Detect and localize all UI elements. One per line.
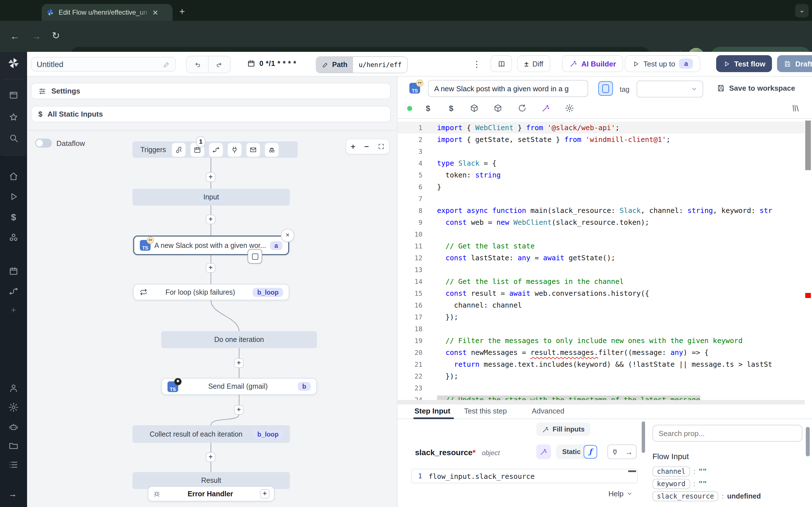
add-step-button[interactable]: + (206, 215, 215, 224)
add-error-handler-button[interactable]: + (260, 489, 269, 499)
add-step-button[interactable]: + (234, 405, 244, 414)
stop-after-step-button[interactable] (248, 249, 262, 264)
more-options-kebab-icon[interactable]: ⋮ (472, 59, 481, 69)
save-to-workspace-button[interactable]: Save to workspace (717, 84, 795, 93)
field-name: slack_resource* object (415, 448, 500, 457)
prop-key[interactable]: keyword (652, 479, 690, 489)
connect-input-button[interactable]: → (607, 445, 637, 459)
browser-tab[interactable]: Edit Flow u/henri/effective_un ✕ (42, 4, 172, 21)
step-node-slack[interactable]: TS A new Slack post with a given wor... … (133, 235, 289, 255)
add-step-button[interactable]: + (234, 358, 244, 368)
fill-inputs-button[interactable]: Fill inputs (536, 422, 590, 436)
help-link[interactable]: Help (608, 490, 633, 498)
path-edit-button[interactable]: Path (316, 57, 353, 73)
step-node-forloop[interactable]: For loop (skip failures) b_loop (133, 284, 289, 300)
package-icon[interactable] (470, 104, 479, 113)
sidebar-item-settings-icon[interactable] (8, 402, 18, 412)
prop-key[interactable]: channel (652, 466, 690, 476)
collect-result-node[interactable]: Collect result of each iteration b_loop (133, 425, 290, 443)
schedule-cron[interactable]: 0 */1 * * * * (247, 59, 296, 68)
code-editor[interactable]: 1import { WebClient } from '@slack/web-a… (398, 122, 805, 400)
loop-icon (139, 288, 148, 296)
sidebar-item-folders-icon[interactable] (8, 441, 18, 451)
required-asterisk: * (472, 448, 476, 457)
back-icon[interactable]: ← (10, 32, 20, 41)
expression-mode-button[interactable]: ƒ (583, 445, 597, 459)
tab-step-input[interactable]: Step Input (414, 407, 450, 415)
forward-icon[interactable]: → (32, 32, 41, 41)
test-up-to-button[interactable]: Test up to a (625, 55, 700, 72)
editor-scrollbar-thumb[interactable] (805, 121, 811, 170)
sidebar-item-routes-icon[interactable] (8, 286, 18, 296)
step-node-label: A new Slack post with a given wor... (154, 241, 266, 249)
poll-trigger-icon[interactable] (265, 142, 280, 157)
add-step-button[interactable]: + (206, 263, 215, 273)
sidebar-item-search-icon[interactable] (8, 133, 18, 143)
schedule-count-badge: 1 (196, 136, 205, 147)
refresh-icon[interactable] (518, 104, 527, 113)
static-inputs-icon[interactable]: $ (423, 104, 433, 113)
sidebar-expand-icon[interactable]: → (8, 489, 17, 499)
prop-row-slack-resource[interactable]: slack_resource : undefined (652, 491, 761, 501)
sidebar-item-workers-icon[interactable] (8, 422, 18, 432)
add-step-button[interactable]: + (206, 172, 215, 182)
sidebar-item-runs-icon[interactable] (8, 191, 18, 202)
path-button-group[interactable]: Path u/henri/eff (316, 56, 408, 73)
cron-value: 0 */1 * * * * (259, 59, 296, 67)
redo-button[interactable] (208, 56, 230, 73)
ai-wand-icon[interactable] (541, 104, 550, 113)
route-trigger-icon[interactable] (209, 142, 223, 157)
do-one-iteration-node[interactable]: Do one iteration (161, 331, 317, 348)
search-prop-input[interactable] (652, 425, 802, 442)
editor-settings-gear-icon[interactable] (565, 104, 574, 113)
sidebar-item-resources-icon[interactable] (8, 233, 18, 243)
ai-builder-button[interactable]: AI Builder (562, 55, 623, 72)
sidebar-item-favorites-icon[interactable] (8, 112, 18, 122)
undo-button[interactable] (187, 56, 208, 73)
prop-row-keyword[interactable]: keyword : "" (652, 479, 707, 489)
ai-fill-field-button[interactable] (536, 445, 551, 459)
flow-name-input[interactable]: Untitled (31, 57, 176, 71)
sidebar-item-add-icon[interactable]: + (8, 305, 18, 315)
add-step-button[interactable]: + (206, 452, 215, 462)
delete-step-button[interactable]: × (281, 229, 294, 242)
sidebar-item-home-icon[interactable] (8, 171, 18, 181)
input-node[interactable]: Input (133, 189, 290, 206)
webhook-trigger-icon[interactable] (172, 142, 186, 157)
sidebar-item-schedules-icon[interactable] (8, 266, 18, 276)
sidebar-item-apps-icon[interactable] (8, 90, 18, 100)
new-tab-button[interactable]: + (179, 6, 185, 17)
sidebar-item-account-icon[interactable] (8, 383, 18, 393)
step-summary-input[interactable]: A new Slack post with a given word in a … (428, 80, 588, 97)
prop-panel-scrollbar-thumb[interactable] (806, 427, 810, 456)
package-icon[interactable] (493, 104, 502, 113)
tab-advanced[interactable]: Advanced (532, 407, 564, 415)
docs-button[interactable] (491, 55, 512, 72)
stop-after-step-toggle[interactable] (598, 81, 613, 96)
step-node-send-email[interactable]: TS Send Email (gmail) b (161, 378, 317, 395)
test-flow-button[interactable]: Test flow (716, 55, 772, 72)
reload-icon[interactable]: ↻ (52, 31, 60, 41)
windmill-logo[interactable] (7, 57, 20, 69)
triggers-node[interactable]: Triggers (133, 142, 298, 158)
tab-test-this-step[interactable]: Test this step (464, 407, 507, 415)
email-trigger-icon[interactable] (246, 142, 261, 157)
error-handler-node[interactable]: Error Handler + (148, 486, 274, 501)
websocket-trigger-icon[interactable] (227, 142, 242, 157)
expression-editor[interactable]: 1 flow_input.slack_resource (411, 469, 638, 483)
tag-select[interactable] (637, 80, 703, 98)
variables-icon[interactable]: $ (447, 104, 456, 113)
prop-value: "" (699, 467, 707, 475)
diff-button[interactable]: ± Diff (517, 55, 551, 72)
sidebar-item-variables-icon[interactable]: $ (8, 213, 18, 222)
library-icon[interactable] (791, 104, 800, 113)
bug-icon (153, 490, 161, 498)
tab-close-icon[interactable]: ✕ (152, 8, 158, 17)
draft-button[interactable]: Draft (777, 55, 812, 72)
step-input-scrollbar-thumb[interactable] (642, 421, 645, 453)
tab-search-chevron-icon[interactable]: ⌄ (795, 4, 809, 17)
editor-hscrollbar[interactable] (398, 400, 805, 404)
sidebar-item-logs-icon[interactable] (8, 460, 18, 470)
prop-key[interactable]: slack_resource (652, 491, 718, 501)
prop-row-channel[interactable]: channel : "" (652, 466, 707, 476)
